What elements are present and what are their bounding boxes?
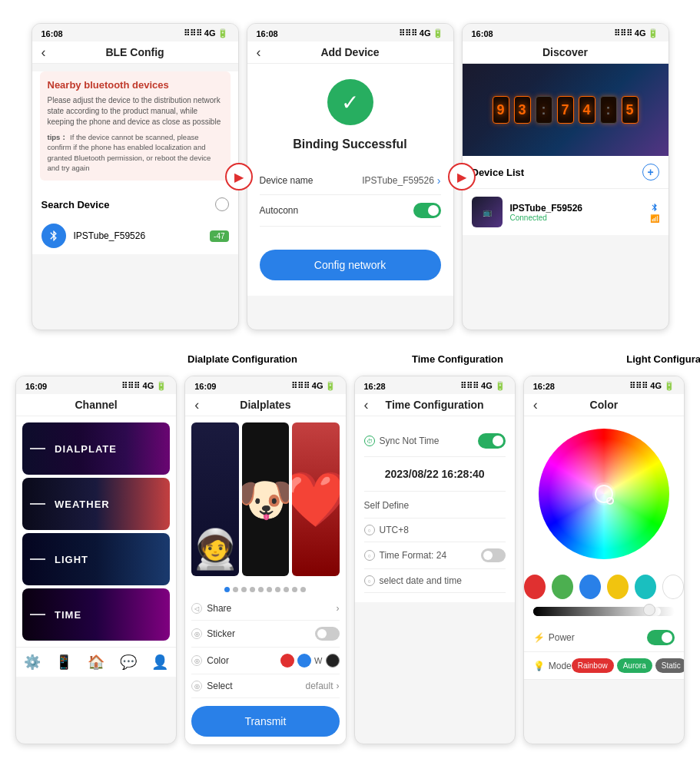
screen-title-b3: Time Configuration	[386, 399, 484, 411]
channel-time[interactable]: TIME	[22, 588, 170, 641]
nav-chat-icon[interactable]: 💬	[120, 654, 137, 671]
swatch-green[interactable]	[552, 575, 573, 599]
light-config-title: Light Configuration	[569, 353, 701, 369]
device-list-header: Device List +	[463, 156, 668, 189]
color-swatches-row: W	[280, 654, 339, 668]
option-color[interactable]: ◎ Color W	[191, 648, 339, 674]
power-label: Power	[549, 632, 575, 643]
status-signal-b3: ⠿⠿⠿ 4G 🔋	[460, 381, 506, 391]
sync-row: ⏱ Sync Not Time	[364, 426, 506, 457]
color-wheel[interactable]	[539, 429, 669, 559]
swatch-white[interactable]	[662, 575, 684, 599]
mode-static-btn[interactable]: Static	[655, 658, 685, 673]
astronaut-emoji: 🧑‍🚀	[191, 530, 238, 568]
power-icon: ⚡	[533, 632, 544, 643]
phone-ble-config: 16:08 ⠿⠿⠿ 4G 🔋 ‹ BLE Config Nearby bluet…	[32, 23, 239, 330]
tube-digit-6: :	[600, 96, 617, 124]
back-arrow-b4[interactable]: ‹	[533, 397, 538, 413]
sync-icon: ⏱	[364, 436, 375, 446]
phone-discover: 16:08 ⠿⠿⠿ 4G 🔋 Discover 9 3 : 7 4 : 5	[462, 23, 669, 330]
dialplate-heart[interactable]: ❤️	[292, 422, 339, 576]
connected-device-row[interactable]: 📺 IPSTube_F59526 Connected 📶	[463, 189, 668, 235]
ble-tips: tips： If the device cannot be scanned, p…	[48, 132, 223, 173]
device-row-1[interactable]: IPSTube_F59526 -47	[32, 217, 238, 254]
status-signal-3: ⠿⠿⠿ 4G 🔋	[614, 28, 659, 38]
phone-light-config: 16:28 ⠿⠿⠿ 4G 🔋 ‹ Color	[523, 376, 685, 744]
sync-toggle[interactable]	[478, 433, 506, 449]
nav-tools-icon[interactable]: ⚙️	[24, 654, 41, 671]
power-toggle[interactable]	[647, 630, 675, 645]
status-signal-b1: ⠿⠿⠿ 4G 🔋	[121, 381, 167, 391]
mode-buttons: Rainbow Aurora Static	[572, 658, 685, 673]
nav-devices-icon[interactable]: 📱	[55, 654, 72, 671]
tube-digit-3: :	[536, 96, 552, 124]
back-arrow-b3[interactable]: ‹	[364, 397, 369, 413]
back-arrow-b2[interactable]: ‹	[194, 397, 199, 413]
search-device-label: Search Device	[41, 199, 110, 210]
select-date-icon: ○	[364, 575, 375, 586]
utc-left: ○ UTC+8	[364, 525, 409, 535]
dot-4	[250, 587, 255, 592]
nav-profile-icon[interactable]: 👤	[151, 654, 168, 671]
arrow-1: ▶	[225, 163, 253, 190]
mode-label-left: 💡 Mode	[533, 661, 572, 671]
status-time-3: 16:08	[472, 29, 493, 38]
mode-label: Mode	[549, 661, 572, 671]
autoconn-row: Autoconn	[260, 195, 441, 227]
phone-add-device: 16:08 ⠿⠿⠿ 4G 🔋 ‹ Add Device ✓ Binding Su…	[247, 23, 454, 330]
channel-dialplate[interactable]: DIALPLATE	[22, 422, 170, 475]
config-network-button[interactable]: Config network	[260, 250, 441, 280]
swatch-yellow[interactable]	[607, 575, 629, 599]
connected-device-name: IPSTube_F59526	[510, 203, 642, 214]
screen-title-3: Discover	[542, 46, 588, 58]
device-thumbnail: 📺	[472, 197, 503, 227]
back-arrow-1[interactable]: ‹	[41, 45, 46, 61]
connected-status: Connected	[510, 214, 642, 222]
status-time-b4: 16:28	[533, 382, 555, 391]
status-time-1: 16:08	[41, 29, 63, 38]
nav-home-icon[interactable]: 🏠	[88, 654, 105, 671]
time-format-row: ○ Time Format: 24	[364, 542, 506, 569]
transmit-button[interactable]: Transmit	[191, 706, 339, 737]
color-swatch-blue[interactable]	[297, 654, 311, 668]
ble-warning-title: Nearby bluetooth devices	[48, 79, 223, 91]
option-select[interactable]: ◎ Select default ›	[191, 674, 339, 698]
brightness-bar[interactable]	[533, 607, 675, 616]
swatch-cyan[interactable]	[635, 575, 656, 599]
time-format-toggle[interactable]	[481, 548, 506, 562]
dialplate-astronaut[interactable]: 🧑‍🚀	[191, 422, 238, 576]
add-device-icon[interactable]: +	[642, 164, 659, 181]
share-arrow: ›	[337, 603, 340, 614]
weather-label: WEATHER	[55, 499, 110, 510]
dot-1	[224, 587, 230, 592]
dot-8	[284, 587, 289, 592]
status-bar-b2: 16:09 ⠿⠿⠿ 4G 🔋	[185, 376, 345, 394]
channel-weather[interactable]: WEATHER	[22, 478, 170, 530]
ble-warning-body: Please adjust the device to the distribu…	[48, 95, 223, 128]
color-swatch-red[interactable]	[280, 654, 294, 668]
dialplate-dog[interactable]: 🐶	[242, 422, 289, 576]
tips-body: If the device cannot be scanned, please …	[48, 133, 211, 172]
color-swatch-black[interactable]	[326, 654, 340, 668]
option-share[interactable]: ◁ Share ›	[191, 597, 339, 621]
swatch-blue[interactable]	[579, 575, 601, 599]
tube-digit-1: 9	[493, 96, 509, 124]
heart-emoji: ❤️	[292, 468, 339, 531]
channel-light[interactable]: LIGHT	[22, 533, 170, 585]
power-row: ⚡ Power	[524, 624, 684, 652]
autoconn-toggle[interactable]	[413, 203, 441, 218]
back-arrow-2[interactable]: ‹	[257, 45, 261, 61]
share-icon: ◁	[191, 603, 202, 614]
device-name-1: IPSTube_F59526	[74, 230, 203, 241]
arrow-circle-2: ▶	[448, 163, 476, 190]
sticker-toggle[interactable]	[315, 627, 340, 641]
swatch-red[interactable]	[524, 575, 546, 599]
dots-pagination	[185, 582, 345, 597]
status-time-b2: 16:09	[194, 382, 216, 391]
bluetooth-icon	[41, 224, 66, 248]
option-sticker[interactable]: ◎ Sticker	[191, 621, 339, 648]
power-label-left: ⚡ Power	[533, 632, 575, 643]
select-date-label: select date and time	[380, 575, 462, 586]
mode-aurora-btn[interactable]: Aurora	[617, 658, 652, 673]
mode-rainbow-btn[interactable]: Rainbow	[572, 658, 614, 673]
